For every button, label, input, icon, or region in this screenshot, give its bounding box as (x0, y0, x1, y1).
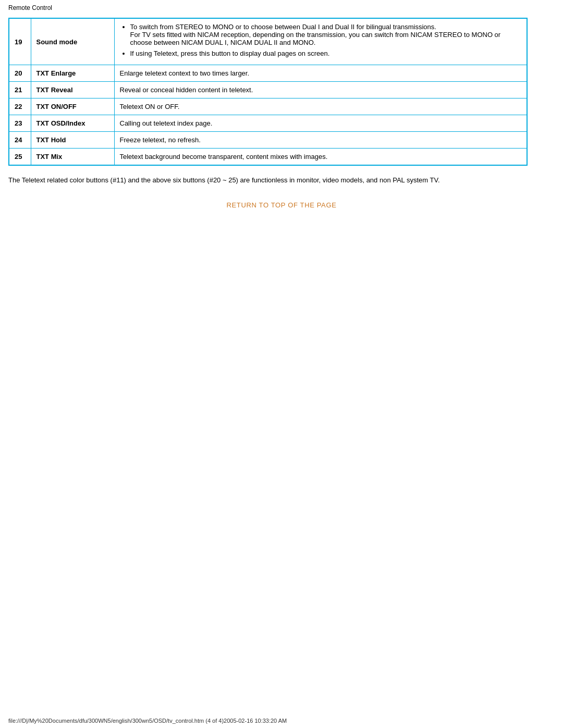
row-number: 19 (9, 18, 31, 65)
row-description: Teletext ON or OFF. (114, 98, 527, 115)
row-label: TXT Reveal (31, 82, 114, 98)
row-description: Teletext background become transparent, … (114, 149, 527, 166)
header-title: Remote Control (8, 4, 52, 11)
table-row: 23TXT OSD/IndexCalling out teletext inde… (9, 115, 527, 132)
remote-control-table: 19Sound modeTo switch from STEREO to MON… (8, 18, 528, 166)
row-label: TXT OSD/Index (31, 115, 114, 132)
table-row: 20TXT EnlargeEnlarge teletext context to… (9, 65, 527, 82)
row-label: TXT Mix (31, 149, 114, 166)
table-row: 25TXT MixTeletext background become tran… (9, 149, 527, 166)
table-row: 24TXT HoldFreeze teletext, no refresh. (9, 132, 527, 149)
description-bullet: If using Teletext, press this button to … (130, 50, 521, 57)
row-label: TXT Hold (31, 132, 114, 149)
row-number: 23 (9, 115, 31, 132)
footer-note: The Teletext related color buttons (#11)… (8, 175, 528, 186)
table-row: 19Sound modeTo switch from STEREO to MON… (9, 18, 527, 65)
row-label: TXT Enlarge (31, 65, 114, 82)
page-footer: file:///D|/My%20Documents/dfu/300WN5/eng… (8, 718, 287, 724)
description-bullet: To switch from STEREO to MONO or to choo… (130, 23, 521, 46)
row-description: To switch from STEREO to MONO or to choo… (114, 18, 527, 65)
row-number: 22 (9, 98, 31, 115)
return-container: RETURN TO TOP OF THE PAGE (8, 201, 555, 209)
row-number: 20 (9, 65, 31, 82)
page-header: Remote Control (8, 4, 555, 11)
row-description: Freeze teletext, no refresh. (114, 132, 527, 149)
row-label: Sound mode (31, 18, 114, 65)
table-row: 22TXT ON/OFFTeletext ON or OFF. (9, 98, 527, 115)
row-description: Enlarge teletext context to two times la… (114, 65, 527, 82)
row-number: 21 (9, 82, 31, 98)
row-description: Reveal or conceal hidden content in tele… (114, 82, 527, 98)
table-row: 21TXT RevealReveal or conceal hidden con… (9, 82, 527, 98)
row-number: 24 (9, 132, 31, 149)
row-label: TXT ON/OFF (31, 98, 114, 115)
return-to-top-link[interactable]: RETURN TO TOP OF THE PAGE (8, 201, 555, 209)
row-number: 25 (9, 149, 31, 166)
row-description: Calling out teletext index page. (114, 115, 527, 132)
